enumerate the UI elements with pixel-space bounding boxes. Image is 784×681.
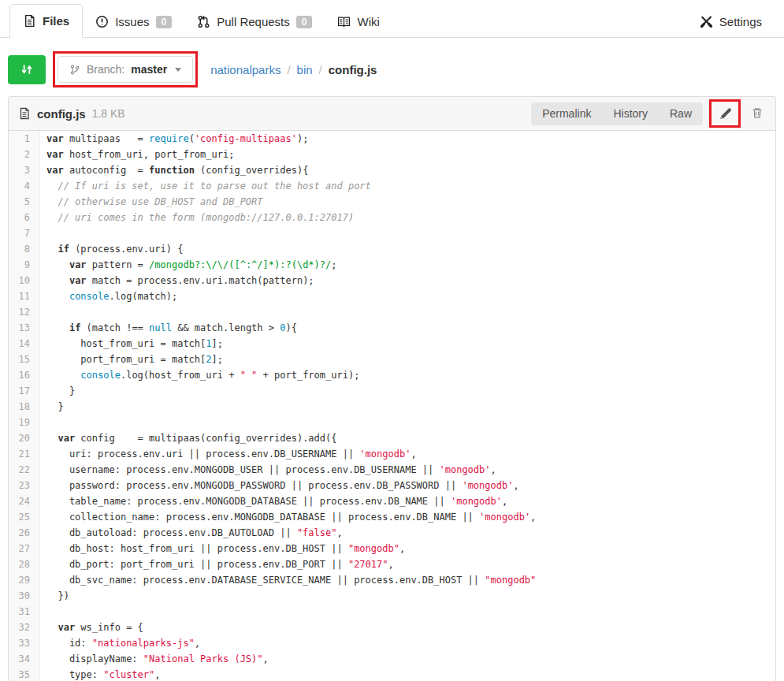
line-number[interactable]: 10 <box>9 273 40 288</box>
code-row: 9 var pattern = /mongodb?:\/\/([^:^/]*):… <box>9 257 775 273</box>
line-number[interactable]: 30 <box>9 588 40 604</box>
tab-wiki-label: Wiki <box>357 15 379 28</box>
line-number[interactable]: 19 <box>9 415 40 430</box>
branch-icon <box>69 64 80 76</box>
code-row: 23 password: process.env.MONGODB_PASSWOR… <box>9 478 775 493</box>
line-number[interactable]: 3 <box>9 162 40 178</box>
code-row: 5 // otherwise use DB_HOST and DB_PORT <box>9 194 775 210</box>
line-number[interactable]: 26 <box>9 525 40 541</box>
tab-files[interactable]: Files <box>9 4 83 38</box>
line-number[interactable]: 2 <box>9 147 40 162</box>
chevron-down-icon <box>175 68 181 72</box>
code-line: displayName: "National Parks (JS)", <box>40 651 269 667</box>
code-line: host_from_uri = match[1]; <box>40 336 223 352</box>
file-icon <box>18 107 31 120</box>
pull-request-icon <box>197 15 210 28</box>
line-number[interactable]: 1 <box>9 131 40 147</box>
pull-requests-count-badge: 0 <box>296 16 313 28</box>
line-number[interactable]: 14 <box>9 336 40 352</box>
file-icon <box>23 14 36 28</box>
code-line: }) <box>40 588 69 604</box>
history-button[interactable]: History <box>602 102 659 125</box>
code-line: password: process.env.MONGODB_PASSWORD |… <box>40 478 519 493</box>
line-number[interactable]: 23 <box>9 478 40 493</box>
code-line: collection_name: process.env.MONGODB_DAT… <box>40 509 536 525</box>
code-row: 2var host_from_uri, port_from_uri; <box>9 147 775 162</box>
code-row: 25 collection_name: process.env.MONGODB_… <box>9 509 775 525</box>
line-number[interactable]: 7 <box>9 225 40 241</box>
code-row: 27 db_host: host_from_uri || process.env… <box>9 541 775 556</box>
breadcrumb-separator: / <box>319 63 322 76</box>
line-number[interactable]: 22 <box>9 462 40 478</box>
raw-button[interactable]: Raw <box>659 102 703 125</box>
tab-pull-requests[interactable]: Pull Requests 0 <box>184 6 325 38</box>
wiki-icon <box>337 15 351 28</box>
line-number[interactable]: 8 <box>9 241 40 257</box>
line-number[interactable]: 17 <box>9 383 40 399</box>
line-number[interactable]: 29 <box>9 572 40 588</box>
code-row: 13 if (match !== null && match.length > … <box>9 320 775 336</box>
delete-file-button[interactable] <box>749 104 766 121</box>
tab-wiki[interactable]: Wiki <box>325 6 392 38</box>
edit-file-button[interactable] <box>716 105 734 122</box>
code-line: } <box>40 399 64 415</box>
line-number[interactable]: 34 <box>9 651 40 667</box>
tab-issues[interactable]: Issues 0 <box>83 6 184 38</box>
breadcrumb-repo-link[interactable]: nationalparks <box>210 63 281 76</box>
code-row: 32 var ws_info = { <box>9 620 775 635</box>
code-line: uri: process.env.uri || process.env.DB_U… <box>40 446 417 462</box>
breadcrumb-dir-link[interactable]: bin <box>297 63 313 76</box>
code-table: 1var multipaas = require('config-multipa… <box>9 131 775 681</box>
tab-settings-label: Settings <box>719 15 762 28</box>
trash-icon <box>751 106 764 120</box>
line-number[interactable]: 6 <box>9 210 40 225</box>
line-number[interactable]: 20 <box>9 430 40 446</box>
code-row: 11 console.log(match); <box>9 288 775 304</box>
tools-icon <box>700 15 713 28</box>
code-line: console.log(host_from_uri + " " + port_f… <box>40 367 359 383</box>
branch-name: master <box>131 63 167 76</box>
tab-settings[interactable]: Settings <box>687 6 775 38</box>
code-row: 10 var match = process.env.uri.match(pat… <box>9 273 775 288</box>
line-number[interactable]: 16 <box>9 367 40 383</box>
edit-button-annotation-box <box>709 99 741 128</box>
line-number[interactable]: 4 <box>9 178 40 194</box>
code-row: 1var multipaas = require('config-multipa… <box>9 131 775 147</box>
line-number[interactable]: 15 <box>9 352 40 367</box>
branch-label: Branch: <box>87 63 124 76</box>
repo-tab-bar: Files Issues 0 Pull Requests 0 <box>0 0 784 38</box>
line-number[interactable]: 25 <box>9 509 40 525</box>
line-number[interactable]: 9 <box>9 257 40 273</box>
issues-count-badge: 0 <box>156 16 173 28</box>
code-line: username: process.env.MONGODB_USER || pr… <box>40 462 496 478</box>
line-number[interactable]: 11 <box>9 288 40 304</box>
line-number[interactable]: 31 <box>9 604 40 620</box>
code-line: var ws_info = { <box>40 620 143 635</box>
code-line: var host_from_uri, port_from_uri; <box>40 147 234 162</box>
permalink-button[interactable]: Permalink <box>531 102 602 125</box>
line-number[interactable]: 27 <box>9 541 40 556</box>
breadcrumb: nationalparks / bin / config.js <box>210 63 377 76</box>
code-row: 4 // If uri is set, use it to parse out … <box>9 178 775 194</box>
code-line: var autoconfig = function (config_overri… <box>40 162 308 178</box>
line-number[interactable]: 32 <box>9 620 40 635</box>
line-number[interactable]: 28 <box>9 556 40 572</box>
line-number[interactable]: 33 <box>9 635 40 651</box>
compare-icon <box>20 62 34 76</box>
line-number[interactable]: 12 <box>9 304 40 320</box>
line-number[interactable]: 5 <box>9 194 40 210</box>
code-line: db_host: host_from_uri || process.env.DB… <box>40 541 405 556</box>
code-row: 20 var config = multipaas(config_overrid… <box>9 430 775 446</box>
line-number[interactable]: 24 <box>9 493 40 509</box>
line-number[interactable]: 13 <box>9 320 40 336</box>
compare-button[interactable] <box>8 55 46 84</box>
line-number[interactable]: 35 <box>9 667 40 681</box>
code-line: var multipaas = require('config-multipaa… <box>40 131 308 147</box>
line-number[interactable]: 18 <box>9 399 40 415</box>
line-number[interactable]: 21 <box>9 446 40 462</box>
code-row: 19 <box>9 415 775 430</box>
code-line: // If uri is set, use it to parse out th… <box>40 178 371 194</box>
tab-pull-requests-label: Pull Requests <box>217 15 290 28</box>
code-line: // uri comes in the form (mongodb://127.… <box>40 210 354 225</box>
branch-selector[interactable]: Branch: master <box>58 56 193 83</box>
